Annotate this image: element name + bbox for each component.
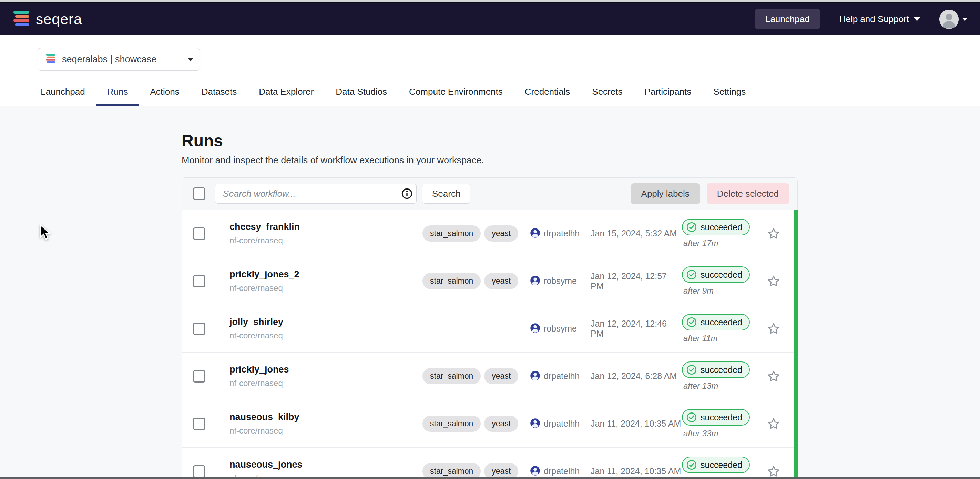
workspace-dropdown-button[interactable]	[181, 48, 200, 70]
page-title: Runs	[181, 131, 980, 151]
help-and-support-menu[interactable]: Help and Support	[839, 14, 920, 24]
workspace-selector[interactable]: seqeralabs | showcase	[38, 48, 200, 71]
run-status: succeeded after 11m	[682, 314, 761, 343]
avatar	[939, 10, 959, 29]
star-button[interactable]	[761, 369, 786, 383]
tab-runs[interactable]: Runs	[96, 86, 139, 106]
run-user-name: robsyme	[544, 324, 577, 334]
row-checkbox[interactable]	[193, 275, 205, 287]
table-row: nauseous_kilby nf-core/rnaseq star_salmo…	[182, 400, 797, 447]
run-label-pill: yeast	[484, 273, 518, 289]
run-user-name: drpatelhh	[544, 419, 579, 429]
seqera-logo-icon	[13, 10, 30, 29]
tab-datasets[interactable]: Datasets	[191, 86, 248, 106]
star-button[interactable]	[761, 274, 786, 288]
tab-data-studios[interactable]: Data Studios	[325, 86, 398, 106]
check-circle-icon	[686, 221, 697, 232]
select-all-checkbox[interactable]	[193, 188, 205, 200]
star-button[interactable]	[761, 227, 786, 240]
run-name[interactable]: nauseous_jones	[229, 459, 422, 470]
workspace-tabs: Launchpad Runs Actions Datasets Data Exp…	[0, 86, 980, 106]
run-date: Jan 12, 2024, 6:28 AM	[590, 371, 682, 381]
tab-participants[interactable]: Participants	[633, 86, 702, 106]
run-user: drpatelhh	[530, 466, 590, 477]
table-row: cheesy_franklin nf-core/rnaseq star_salm…	[182, 210, 797, 257]
run-duration: after 33m	[682, 429, 718, 438]
star-icon	[767, 369, 781, 383]
tab-secrets[interactable]: Secrets	[581, 86, 633, 106]
user-avatar-icon	[530, 418, 540, 430]
search-info-button[interactable]	[397, 184, 416, 203]
check-circle-icon	[686, 364, 697, 375]
tab-actions[interactable]: Actions	[139, 86, 190, 106]
star-button[interactable]	[761, 417, 786, 431]
run-duration: after 9m	[682, 286, 714, 296]
workspace-logo-icon	[46, 53, 56, 65]
row-checkbox[interactable]	[193, 323, 205, 335]
page-subtitle: Monitor and inspect the details of workf…	[181, 155, 980, 166]
status-badge: succeeded	[682, 266, 750, 283]
run-duration: after 13m	[682, 381, 718, 391]
run-label-pill: star_salmon	[422, 225, 481, 242]
run-pipeline: nf-core/rnaseq	[229, 379, 422, 388]
user-avatar-icon	[530, 466, 540, 477]
window-bottom-edge	[0, 477, 980, 479]
run-labels: star_salmonyeast	[422, 225, 530, 242]
check-circle-icon	[686, 412, 697, 423]
row-checkbox[interactable]	[193, 228, 205, 240]
status-label: succeeded	[700, 222, 742, 232]
run-label-pill: star_salmon	[422, 273, 481, 289]
chevron-down-icon	[914, 17, 920, 21]
workspace-name: seqeralabs | showcase	[62, 54, 156, 65]
run-name[interactable]: cheesy_franklin	[229, 221, 422, 232]
runs-page: Runs Monitor and inspect the details of …	[0, 106, 980, 479]
run-labels: star_salmonyeast	[422, 273, 530, 289]
run-name[interactable]: jolly_shirley	[229, 317, 422, 327]
status-badge: succeeded	[682, 314, 750, 331]
status-badge: succeeded	[682, 457, 750, 473]
run-user: robsyme	[530, 323, 590, 334]
runs-table-card: Search Apply labels Delete selected chee…	[181, 177, 798, 479]
run-user: drpatelhh	[530, 418, 590, 430]
delete-selected-button[interactable]: Delete selected	[707, 183, 789, 204]
info-icon	[401, 188, 413, 199]
star-button[interactable]	[761, 322, 786, 336]
status-badge: succeeded	[682, 409, 750, 426]
star-icon	[767, 227, 781, 240]
row-checkbox[interactable]	[193, 465, 205, 477]
run-labels: star_salmonyeast	[422, 415, 530, 432]
run-pipeline: nf-core/rnaseq	[229, 236, 422, 245]
run-user-name: robsyme	[544, 276, 577, 286]
table-edge-green-bar	[794, 210, 798, 479]
apply-labels-button[interactable]: Apply labels	[631, 183, 700, 204]
row-checkbox[interactable]	[193, 370, 205, 382]
run-name[interactable]: prickly_jones_2	[229, 269, 422, 280]
search-input[interactable]	[215, 188, 397, 199]
run-pipeline: nf-core/rnaseq	[229, 331, 422, 341]
status-label: succeeded	[700, 317, 742, 327]
help-and-support-label: Help and Support	[839, 14, 909, 24]
user-menu[interactable]	[939, 10, 967, 29]
search-button[interactable]: Search	[422, 184, 470, 204]
row-checkbox[interactable]	[193, 418, 205, 430]
run-labels: star_salmonyeast	[422, 368, 530, 384]
tab-settings[interactable]: Settings	[702, 86, 757, 106]
run-user: drpatelhh	[530, 228, 590, 240]
star-icon	[767, 465, 781, 478]
star-button[interactable]	[761, 465, 786, 478]
tab-credentials[interactable]: Credentials	[514, 86, 581, 106]
run-label-pill: star_salmon	[422, 415, 481, 432]
run-name[interactable]: nauseous_kilby	[229, 412, 422, 422]
user-avatar-icon	[530, 275, 540, 287]
run-name[interactable]: prickly_jones	[229, 364, 422, 375]
run-pipeline: nf-core/rnaseq	[229, 426, 422, 436]
chevron-down-icon	[962, 18, 967, 21]
star-icon	[767, 274, 781, 288]
tab-data-explorer[interactable]: Data Explorer	[248, 86, 325, 106]
launchpad-nav-button[interactable]: Launchpad	[755, 9, 820, 29]
run-date: Jan 12, 2024, 12:46 PM	[590, 319, 682, 339]
seqera-logo[interactable]: seqera	[13, 10, 82, 29]
tab-compute-environments[interactable]: Compute Environments	[398, 86, 514, 106]
tab-launchpad[interactable]: Launchpad	[30, 86, 96, 106]
status-label: succeeded	[700, 412, 742, 422]
